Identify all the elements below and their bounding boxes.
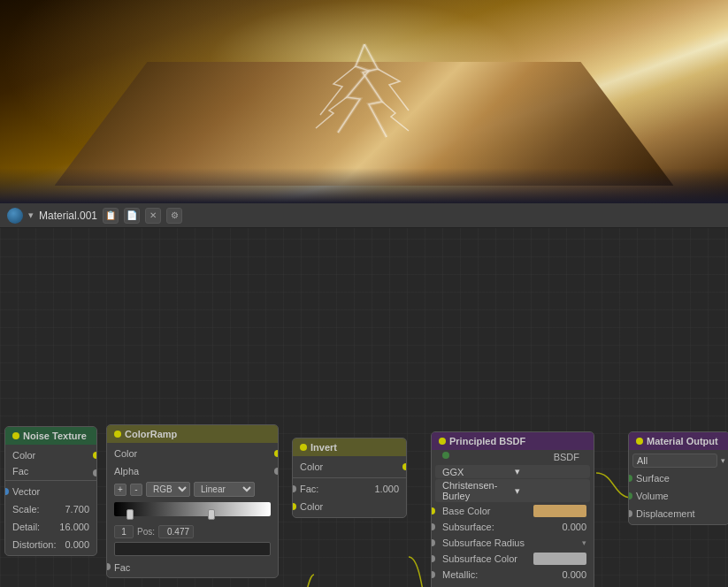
matout-surface-socket[interactable] — [628, 475, 632, 482]
noise-vector-row: Vector — [5, 483, 96, 500]
bsdf-subsurface-socket[interactable] — [431, 523, 435, 530]
colorramp-alpha-socket[interactable] — [274, 468, 279, 475]
bsdf-mode-label: BSDF — [442, 452, 586, 462]
matout-mode-row: All ▾ — [629, 452, 728, 469]
colorramp-stop-1[interactable] — [208, 509, 215, 520]
bsdf-distribution-value: GGX — [442, 467, 515, 477]
matout-dot[interactable] — [636, 438, 643, 445]
bsdf-subsurface-color-label: Subsurface Color — [442, 553, 530, 564]
noise-scale-value: 7.700 — [65, 504, 89, 515]
invert-node: Invert Color Fac: 1.000 Color — [292, 438, 407, 518]
matout-volume-label: Volume — [636, 491, 722, 501]
invert-title: Invert — [310, 442, 337, 453]
colorramp-fac-socket[interactable] — [106, 563, 111, 570]
noise-fac-label: Fac — [12, 466, 89, 476]
colorramp-color-out-socket[interactable] — [274, 450, 279, 457]
bsdf-dot[interactable] — [439, 438, 446, 445]
bsdf-subsurface-radius-row: Subsurface Radius ▾ — [432, 535, 594, 551]
noise-node-header: Noise Texture — [5, 427, 96, 445]
bsdf-subsurface-color-swatch[interactable] — [533, 553, 586, 565]
colorramp-gradient-bar[interactable] — [114, 502, 271, 516]
noise-scale-label: Scale: — [12, 504, 65, 515]
bsdf-metallic-label: Metallic: — [442, 569, 556, 580]
copy-material-button[interactable]: 📋 — [103, 208, 119, 224]
invert-color-out-socket[interactable] — [402, 463, 407, 470]
colorramp-remove-stop-button[interactable]: - — [130, 484, 142, 496]
bsdf-subsurface-row: Subsurface: 0.000 — [432, 519, 594, 535]
noise-vector-label: Vector — [12, 486, 89, 497]
matout-volume-row: Volume — [629, 487, 728, 505]
material-name: Material.001 — [39, 210, 97, 222]
bsdf-base-color-row: Base Color — [432, 503, 594, 519]
colorramp-node: ColorRamp Color Alpha + - RGB HSV HSL — [106, 424, 279, 578]
pin-material-button[interactable]: ⚙ — [166, 208, 182, 224]
bsdf-metallic-row: Metallic: 0.000 — [432, 567, 594, 583]
colorramp-stop-0[interactable] — [126, 509, 134, 520]
bsdf-metallic-socket[interactable] — [431, 571, 435, 578]
noise-detail-row: Detail: 16.000 — [5, 518, 96, 536]
bsdf-mode-row: BSDF — [432, 450, 594, 464]
noise-fac-row: Fac — [5, 464, 96, 478]
colorramp-color-out-row: Color — [107, 445, 278, 462]
globe-icon — [7, 208, 23, 224]
bsdf-subsurface-dropdown[interactable]: Christensen-Burley ▾ — [435, 479, 590, 502]
bsdf-subsurface-radius-label: Subsurface Radius — [442, 537, 582, 548]
bsdf-node: Principled BSDF BSDF GGX ▾ Christensen-B… — [431, 431, 594, 587]
colorramp-dot[interactable] — [114, 431, 121, 438]
colorramp-fac-row: Fac — [107, 558, 278, 576]
bsdf-base-color-swatch[interactable] — [533, 505, 586, 517]
invert-color-in-socket[interactable] — [292, 503, 296, 510]
colorramp-pos-value[interactable]: 0.477 — [158, 525, 194, 538]
bsdf-subsurface-color-row: Subsurface Color — [432, 551, 594, 567]
invert-node-header: Invert — [293, 438, 406, 456]
bsdf-subsurface-radius-socket[interactable] — [431, 539, 435, 546]
new-material-button[interactable]: 📄 — [124, 208, 140, 224]
bsdf-subsurface-method-value: Christensen-Burley — [442, 480, 515, 501]
noise-color-socket[interactable] — [93, 452, 97, 459]
colorramp-position-row: 1 Pos: 0.477 — [107, 523, 278, 540]
bsdf-specular-row: Specular — [432, 583, 594, 587]
matout-displacement-row: Displacement — [629, 505, 728, 522]
matout-body: All ▾ Surface Volume Displacement — [629, 450, 728, 524]
dropdown-arrow-icon: ▾ — [28, 210, 34, 221]
bsdf-subsurface-color-socket[interactable] — [431, 555, 435, 562]
colorramp-controls: + - RGB HSV HSL Linear Ease Constant — [107, 480, 278, 499]
bsdf-output-socket[interactable] — [442, 452, 449, 459]
close-material-button[interactable]: ✕ — [145, 208, 161, 224]
colorramp-color-label: Color — [114, 448, 271, 459]
invert-output-color-label: Color — [300, 461, 399, 472]
noise-vector-socket[interactable] — [4, 488, 9, 495]
bsdf-subsurface-arrow: ▾ — [515, 485, 587, 497]
invert-fac-label: Fac: — [300, 484, 374, 494]
noise-distortion-label: Distortion: — [12, 539, 65, 550]
3d-viewport — [0, 0, 728, 203]
noise-node-title: Noise Texture — [23, 431, 87, 441]
colorramp-add-stop-button[interactable]: + — [114, 484, 126, 496]
colorramp-interp-select[interactable]: Linear Ease Constant — [194, 482, 255, 497]
invert-fac-row: Fac: 1.000 — [293, 480, 406, 498]
colorramp-body: Color Alpha + - RGB HSV HSL Linear Ease … — [107, 443, 278, 577]
bsdf-base-color-label: Base Color — [442, 506, 530, 516]
matout-displacement-socket[interactable] — [628, 510, 632, 517]
bsdf-fields: Base Color Subsurface: 0.000 Subsurface … — [432, 503, 594, 587]
node-editor: ▾ Material.001 📋 📄 ✕ ⚙ Noise Texture Col… — [0, 203, 728, 587]
noise-node-body: Color Fac Vector Scale: 7.700 Detail: 16… — [5, 445, 96, 555]
colorramp-mode-select[interactable]: RGB HSV HSL — [146, 482, 190, 497]
colorramp-stop-index[interactable]: 1 — [114, 525, 134, 538]
noise-node-dot[interactable] — [12, 432, 19, 439]
colorramp-color-swatch[interactable] — [114, 542, 271, 556]
invert-color-in-label: Color — [300, 501, 399, 512]
bsdf-base-color-socket[interactable] — [431, 507, 435, 515]
noise-scale-row: Scale: 7.700 — [5, 500, 96, 518]
colorramp-fac-label: Fac — [114, 562, 271, 573]
invert-fac-socket[interactable] — [292, 485, 296, 492]
bsdf-distribution-dropdown[interactable]: GGX ▾ — [435, 465, 590, 478]
matout-node-header: Material Output — [629, 432, 728, 450]
colorramp-title: ColorRamp — [125, 429, 177, 439]
matout-mode-value[interactable]: All — [632, 454, 717, 468]
noise-fac-socket[interactable] — [93, 469, 97, 476]
matout-volume-socket[interactable] — [628, 492, 632, 499]
invert-dot[interactable] — [300, 444, 307, 451]
noise-distortion-value: 0.000 — [65, 539, 89, 550]
matout-surface-label: Surface — [636, 473, 722, 484]
